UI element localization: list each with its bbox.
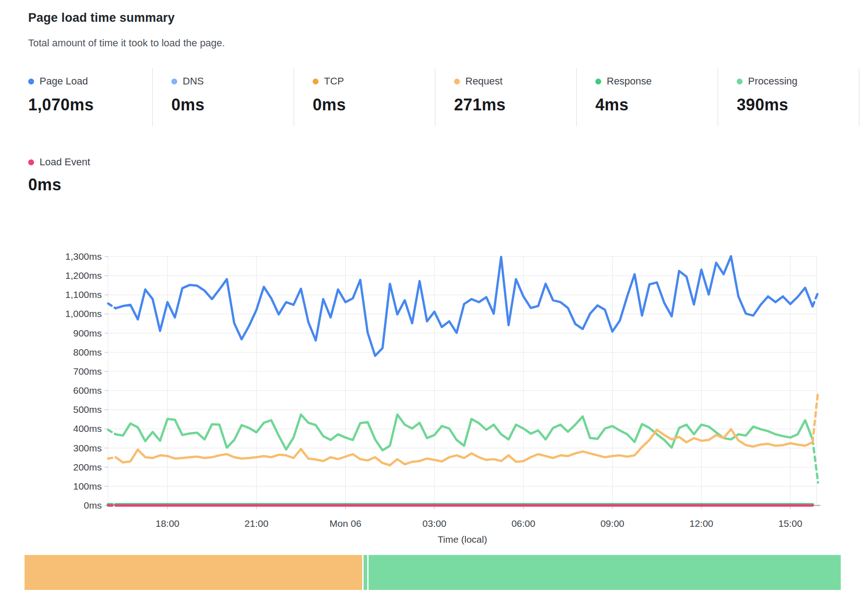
series-processing-trail-dash	[813, 440, 818, 483]
response-legend-dot-icon	[595, 79, 601, 84]
series-request-line	[115, 429, 813, 465]
load-event-legend-dot-icon	[28, 159, 34, 165]
x-tick-label: 18:00	[155, 518, 180, 529]
x-tick-label: 21:00	[244, 518, 269, 529]
metric-label: Response	[607, 75, 652, 87]
series-processing	[108, 415, 818, 483]
series-processing-lead-dash	[108, 430, 115, 434]
metric-label: Processing	[748, 75, 798, 87]
timeseries-chart[interactable]: 0ms100ms200ms300ms400ms500ms600ms700ms80…	[25, 240, 844, 545]
series-request-trail-dash	[813, 391, 818, 442]
x-tick-label: 06:00	[511, 518, 535, 529]
page-load-legend-dot-icon	[28, 79, 34, 84]
metric-value: 0ms	[313, 95, 435, 114]
y-tick-label: 400ms	[73, 423, 102, 434]
y-tick-label: 1,200ms	[65, 270, 102, 281]
metric-label: DNS	[183, 75, 204, 87]
y-tick-label: 900ms	[73, 328, 102, 338]
y-tick-label: 0ms	[84, 500, 102, 510]
metric-value: 0ms	[171, 95, 294, 114]
metric-load-event[interactable]: Load Event 0ms	[28, 156, 90, 194]
metric-label: Load Event	[40, 156, 90, 168]
metric-page-load[interactable]: Page Load 1,070ms	[28, 68, 153, 126]
series-processing-line	[115, 415, 813, 451]
status-timeline	[25, 555, 844, 590]
y-tick-label: 200ms	[73, 462, 102, 472]
metric-value: 390ms	[737, 95, 859, 114]
metric-value: 271ms	[454, 95, 576, 114]
metric-value: 0ms	[28, 175, 90, 194]
metric-label: Page Load	[40, 75, 88, 87]
page-title: Page load time summary	[28, 11, 175, 25]
metric-value: 1,070ms	[28, 95, 152, 114]
metric-processing[interactable]: Processing 390ms	[718, 68, 859, 126]
series-page_load-trail-dash	[813, 292, 818, 306]
y-tick-label: 800ms	[73, 347, 102, 357]
y-tick-label: 1,300ms	[65, 251, 102, 262]
page-subtitle: Total amount of time it took to load the…	[28, 37, 225, 49]
metric-label: Request	[465, 75, 503, 87]
metric-value: 4ms	[595, 95, 718, 114]
y-tick-label: 500ms	[73, 404, 102, 415]
series-page_load	[108, 256, 818, 356]
series-page_load-line	[115, 256, 813, 356]
processing-legend-dot-icon	[737, 79, 743, 84]
tcp-legend-dot-icon	[313, 79, 319, 84]
y-tick-label: 600ms	[73, 385, 102, 396]
y-tick-label: 700ms	[73, 366, 102, 376]
status-green-segment[interactable]	[369, 555, 841, 590]
status-green-sliver[interactable]	[364, 555, 367, 590]
metrics-row: Page Load 1,070ms DNS 0ms TCP 0ms Reques…	[28, 68, 859, 126]
status-orange-segment[interactable]	[25, 555, 362, 590]
request-legend-dot-icon	[454, 79, 460, 84]
x-tick-label: 12:00	[689, 518, 713, 529]
x-tick-label: 09:00	[600, 518, 624, 529]
x-tick-label: 03:00	[423, 518, 447, 529]
metric-response[interactable]: Response 4ms	[577, 68, 718, 126]
x-tick-label: 15:00	[778, 518, 803, 529]
metric-request[interactable]: Request 271ms	[435, 68, 577, 126]
y-tick-label: 1,000ms	[65, 308, 102, 319]
metric-tcp[interactable]: TCP 0ms	[294, 68, 435, 126]
y-tick-label: 300ms	[73, 443, 102, 453]
series-page_load-lead-dash	[108, 303, 115, 308]
metric-label: TCP	[324, 75, 344, 87]
y-tick-label: 1,100ms	[65, 289, 102, 300]
dns-legend-dot-icon	[171, 79, 177, 84]
metric-dns[interactable]: DNS 0ms	[153, 68, 294, 126]
x-tick-label: Mon 06	[329, 518, 361, 529]
y-tick-label: 100ms	[73, 481, 102, 491]
x-axis-title: Time (local)	[438, 534, 487, 545]
chart-gridlines	[108, 257, 817, 505]
